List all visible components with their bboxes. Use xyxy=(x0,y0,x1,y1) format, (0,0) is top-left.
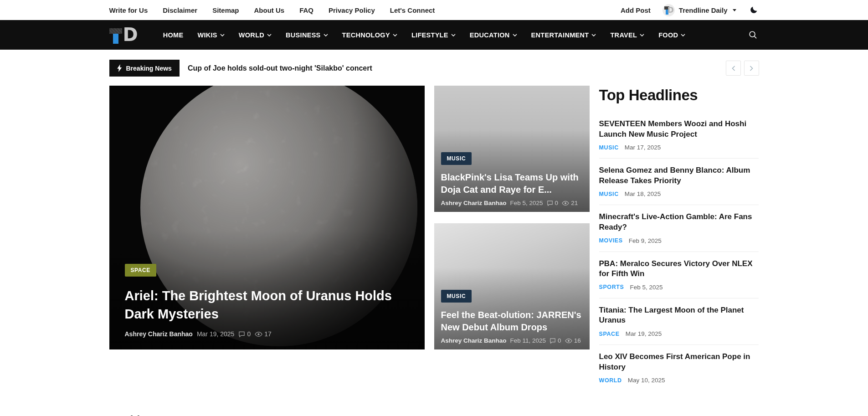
featured-column: MUSIC BlackPink's Lisa Teams Up with Doj… xyxy=(434,86,590,391)
hero-author[interactable]: Ashrey Chariz Banhao xyxy=(125,330,193,338)
hero-title[interactable]: Ariel: The Brightest Moon of Uranus Hold… xyxy=(125,287,407,323)
headline-category[interactable]: SPACE xyxy=(599,331,620,337)
headline-item-2[interactable]: Selena Gomez and Benny Blanco: Album Rel… xyxy=(599,159,759,205)
topbar-link-privacy-policy[interactable]: Privacy Policy xyxy=(329,6,375,14)
article-date: Feb 5, 2025 xyxy=(510,200,543,206)
hero-date: Mar 19, 2025 xyxy=(197,330,235,338)
search-button[interactable] xyxy=(747,29,759,41)
topbar-link-write-for-us[interactable]: Write for Us xyxy=(109,6,148,14)
chevron-down-icon xyxy=(591,34,596,36)
chevron-down-icon xyxy=(267,34,272,36)
topbar-link-sitemap[interactable]: Sitemap xyxy=(212,6,239,14)
chevron-down-icon xyxy=(451,34,456,36)
world-section-title: World xyxy=(109,414,140,416)
featured-article-2[interactable]: MUSIC Feel the Beat-olution: JARREN's Ne… xyxy=(434,223,590,349)
hero-article[interactable]: SPACE Ariel: The Brightest Moon of Uranu… xyxy=(109,86,425,349)
article-author[interactable]: Ashrey Chariz Banhao xyxy=(441,337,507,344)
hero-comments: 0 xyxy=(238,330,251,338)
comment-bubble-icon xyxy=(547,200,553,206)
topbar-link-faq[interactable]: FAQ xyxy=(299,6,313,14)
lightning-bolt-icon xyxy=(117,64,122,72)
hero-meta: Ashrey Chariz Banhao Mar 19, 2025 0 17 xyxy=(125,330,409,338)
topbar-links: Write for Us Disclaimer Sitemap About Us… xyxy=(109,6,435,14)
featured-article-1-category-badge[interactable]: MUSIC xyxy=(441,152,472,165)
eye-icon xyxy=(562,200,569,206)
nav-item-wikis[interactable]: WIKIS xyxy=(197,31,224,39)
chevron-down-icon xyxy=(681,34,685,36)
featured-article-2-title[interactable]: Feel the Beat-olution: JARREN's New Debu… xyxy=(441,309,583,334)
main-content: SPACE Ariel: The Brightest Moon of Uranu… xyxy=(0,86,868,391)
ticker-prev-button[interactable] xyxy=(726,61,741,76)
headline-item-4[interactable]: PBA: Meralco Secures Victory Over NLEX f… xyxy=(599,252,759,298)
nav-item-education[interactable]: EDUCATION xyxy=(470,31,517,39)
headline-date: Mar 18, 2025 xyxy=(625,190,661,197)
headline-category[interactable]: SPORTS xyxy=(599,284,624,290)
main-navigation: D HOME WIKIS WORLD BUSINESS TECHNOLOGY L… xyxy=(0,20,868,50)
chevron-down-icon xyxy=(733,9,736,11)
logo-letter-t xyxy=(109,26,123,45)
article-comments: 0 xyxy=(550,337,561,344)
featured-article-1-meta: Ashrey Chariz Banhao Feb 5, 2025 0 21 xyxy=(441,200,583,206)
nav-item-home[interactable]: HOME xyxy=(163,31,184,39)
featured-article-2-meta: Ashrey Chariz Banhao Feb 11, 2025 0 16 xyxy=(441,337,583,344)
world-section: World All Environment Politics Health Sp… xyxy=(0,414,868,416)
chevron-left-icon xyxy=(731,66,735,71)
featured-article-1[interactable]: MUSIC BlackPink's Lisa Teams Up with Doj… xyxy=(434,86,590,212)
nav-item-travel[interactable]: TRAVEL xyxy=(610,31,644,39)
logo-letter-d: D xyxy=(123,26,138,44)
top-headlines-title: Top Headlines xyxy=(599,87,759,104)
article-comments: 0 xyxy=(547,200,559,206)
headline-date: Feb 9, 2025 xyxy=(629,237,662,244)
headline-date: Feb 5, 2025 xyxy=(630,284,663,291)
headline-category[interactable]: MUSIC xyxy=(599,144,619,151)
breaking-news-headline[interactable]: Cup of Joe holds sold-out two-night 'Sil… xyxy=(188,64,372,72)
article-author[interactable]: Ashrey Chariz Banhao xyxy=(441,200,507,206)
account-menu[interactable]: D Trendline Daily xyxy=(663,4,736,16)
headline-category[interactable]: MUSIC xyxy=(599,191,619,197)
chevron-down-icon xyxy=(324,34,328,36)
top-headlines-sidebar: Top Headlines SEVENTEEN Members Woozi an… xyxy=(599,86,759,391)
avatar: D xyxy=(663,4,675,16)
headline-category[interactable]: MOVIES xyxy=(599,237,623,244)
chevron-down-icon xyxy=(513,34,517,36)
chevron-down-icon xyxy=(640,34,644,36)
headline-item-1[interactable]: SEVENTEEN Members Woozi and Hoshi Launch… xyxy=(599,112,759,159)
ticker-next-button[interactable] xyxy=(744,61,759,76)
top-utility-bar: Write for Us Disclaimer Sitemap About Us… xyxy=(0,0,868,20)
nav-item-lifestyle[interactable]: LIFESTYLE xyxy=(411,31,456,39)
headline-item-5[interactable]: Titania: The Largest Moon of the Planet … xyxy=(599,298,759,345)
dark-mode-toggle[interactable] xyxy=(748,5,759,15)
eye-icon xyxy=(565,338,572,344)
topbar-link-disclaimer[interactable]: Disclaimer xyxy=(163,6,197,14)
comment-bubble-icon xyxy=(550,338,556,344)
hero-category-badge[interactable]: SPACE xyxy=(125,264,156,277)
topbar-link-lets-connect[interactable]: Let's Connect xyxy=(390,6,435,14)
headline-date: May 10, 2025 xyxy=(628,377,665,384)
featured-article-2-category-badge[interactable]: MUSIC xyxy=(441,290,472,303)
nav-item-technology[interactable]: TECHNOLOGY xyxy=(342,31,397,39)
headline-date: Mar 17, 2025 xyxy=(625,144,661,151)
comment-bubble-icon xyxy=(238,331,245,338)
article-views: 16 xyxy=(565,337,581,344)
nav-item-food[interactable]: FOOD xyxy=(658,31,685,39)
moon-icon xyxy=(749,5,758,15)
headline-item-3[interactable]: Minecraft's Live-Action Gamble: Are Fans… xyxy=(599,205,759,252)
eye-icon xyxy=(255,331,262,337)
headline-category[interactable]: WORLD xyxy=(599,377,622,384)
featured-article-1-title[interactable]: BlackPink's Lisa Teams Up with Doja Cat … xyxy=(441,171,583,196)
site-logo[interactable]: D xyxy=(109,26,138,45)
breaking-news-bar: Breaking News Cup of Joe holds sold-out … xyxy=(0,60,868,77)
search-icon xyxy=(749,31,757,39)
chevron-down-icon xyxy=(220,34,225,36)
breaking-news-badge: Breaking News xyxy=(109,60,180,77)
chevron-down-icon xyxy=(393,34,397,36)
article-views: 21 xyxy=(562,200,578,206)
add-post-button[interactable]: Add Post xyxy=(621,6,651,14)
topbar-link-about-us[interactable]: About Us xyxy=(254,6,284,14)
nav-item-business[interactable]: BUSINESS xyxy=(286,31,328,39)
headline-item-6[interactable]: Leo XIV Becomes First American Pope in H… xyxy=(599,345,759,391)
nav-item-world[interactable]: WORLD xyxy=(239,31,272,39)
nav-item-entertainment[interactable]: ENTERTAINMENT xyxy=(531,31,596,39)
hero-views: 17 xyxy=(255,330,272,338)
article-date: Feb 11, 2025 xyxy=(510,337,546,344)
